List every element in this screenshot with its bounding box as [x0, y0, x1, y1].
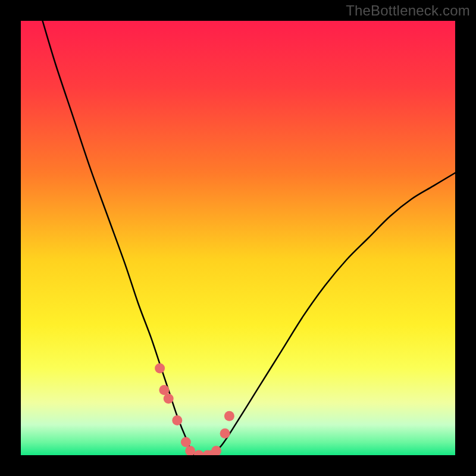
- highlight-dot: [164, 394, 174, 404]
- highlight-dot: [224, 411, 234, 421]
- plot-area: [21, 21, 455, 455]
- highlight-dot: [159, 385, 169, 395]
- gradient-background: [21, 21, 455, 455]
- highlight-dot: [181, 437, 191, 447]
- bottleneck-chart: [21, 21, 455, 455]
- highlight-dot: [155, 364, 165, 374]
- chart-frame: TheBottleneck.com: [0, 0, 476, 476]
- highlight-dot: [172, 415, 182, 425]
- watermark-label: TheBottleneck.com: [346, 2, 470, 19]
- highlight-dot: [220, 428, 230, 439]
